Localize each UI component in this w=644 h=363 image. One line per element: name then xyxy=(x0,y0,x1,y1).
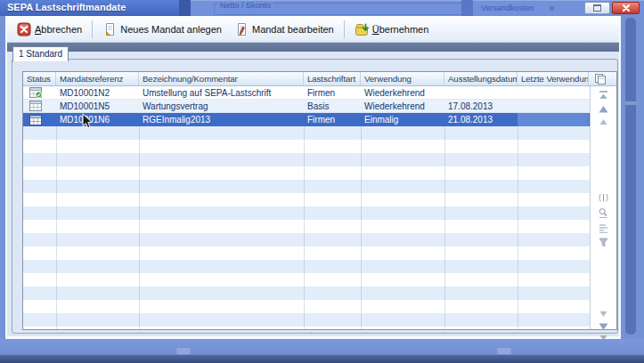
grid-check-icon xyxy=(29,87,42,98)
titlebar: SEPA Lastschriftmandate Netto / Skonto V… xyxy=(0,0,644,16)
apply-label: Übernehmen xyxy=(372,24,429,35)
new-mandate-button[interactable]: Neues Mandat anlegen xyxy=(96,20,228,39)
letzte-verwendung-cell xyxy=(518,113,589,126)
ausstellungsdatum-cell: 17.08.2013 xyxy=(444,100,518,112)
titlebar-divider xyxy=(179,0,191,16)
grid-header-row: Status Mandatsreferenz Bezeichnung/Komme… xyxy=(23,72,616,86)
grid-navigator xyxy=(590,86,616,329)
verwendung-cell: Wiederkehrend xyxy=(361,100,444,112)
edit-mandate-label: Mandat bearbeiten xyxy=(252,24,334,35)
lastschriftart-cell: Firmen xyxy=(304,113,361,126)
close-icon xyxy=(622,4,631,12)
resize-grip[interactable] xyxy=(176,348,191,354)
apply-button[interactable]: Übernehmen xyxy=(348,20,436,39)
toolbar-separator xyxy=(92,20,93,38)
window-bottom-border-edge xyxy=(0,355,644,363)
abort-button[interactable]: Abbrechen xyxy=(11,20,88,39)
application-window: SEPA Lastschriftmandate Netto / Skonto V… xyxy=(0,0,644,363)
col-header-ausstellungsdatum[interactable]: Ausstellungsdatum xyxy=(444,72,518,85)
abort-label: Abbrechen xyxy=(35,24,82,35)
lastschriftart-cell: Firmen xyxy=(304,86,361,99)
grid-inner: Status Mandatsreferenz Bezeichnung/Komme… xyxy=(23,72,616,329)
background-netto-label: Netto / Skonto xyxy=(217,1,273,10)
resize-grip[interactable] xyxy=(497,348,511,354)
col-header-letzte-verwendung[interactable]: Letzte Verwendung xyxy=(518,72,589,85)
mouse-cursor xyxy=(82,113,93,129)
page-edit-icon xyxy=(234,22,249,36)
page-new-icon xyxy=(102,22,117,36)
status-cell xyxy=(23,113,56,126)
restore-window-button[interactable] xyxy=(584,2,610,14)
background-checkbox xyxy=(550,6,554,11)
verwendung-cell: Wiederkehrend xyxy=(361,86,444,99)
grid-icon xyxy=(29,101,42,111)
row-up-icon[interactable] xyxy=(598,103,609,115)
row-down-icon[interactable] xyxy=(598,321,609,333)
mandatsreferenz-cell: MD10001N2 xyxy=(56,86,139,99)
background-versand-label: Versandkosten xyxy=(481,4,534,12)
status-cell xyxy=(23,86,56,99)
mandate-row[interactable]: MD10001N5 Wartungsvertrag Basis Wiederke… xyxy=(23,100,590,113)
page-title: SEPA Lastschriftmandate xyxy=(7,2,126,12)
ausstellungsdatum-cell xyxy=(444,86,518,99)
letzte-verwendung-cell xyxy=(518,100,589,112)
tab-standard[interactable]: 1 Standard xyxy=(12,46,69,61)
empty-rows-stripes xyxy=(23,126,590,329)
titlebar-divider-2 xyxy=(461,0,473,16)
col-header-lastschriftart[interactable]: Lastschriftart xyxy=(304,72,361,85)
background-scrollbar-notch xyxy=(625,101,636,105)
bezeichnung-cell: Umstellung auf SEPA-Lastschrift xyxy=(139,86,304,99)
page-down-icon[interactable] xyxy=(598,309,609,320)
mandate-row-selected[interactable]: MD10001N6 RGEInmalig2013 Firmen Einmalig… xyxy=(23,113,590,126)
mandates-grid: Status Mandatsreferenz Bezeichnung/Komme… xyxy=(22,71,617,330)
col-header-mandatsreferenz[interactable]: Mandatsreferenz xyxy=(56,72,139,85)
toolbar: Abbrechen Neues Mandat anlegen Mandat be… xyxy=(7,16,619,43)
col-header-verwendung[interactable]: Verwendung xyxy=(361,72,444,85)
restore-icon xyxy=(593,4,601,12)
search-icon[interactable] xyxy=(598,207,609,219)
close-window-button[interactable] xyxy=(612,2,640,14)
ausstellungsdatum-cell: 21.08.2013 xyxy=(444,113,518,126)
col-header-bezeichnung[interactable]: Bezeichnung/Kommentar xyxy=(139,72,304,85)
sort-icon[interactable] xyxy=(598,222,609,234)
verwendung-cell: Einmalig xyxy=(361,113,444,126)
mandatsreferenz-cell: MD10001N5 xyxy=(56,100,139,112)
bezeichnung-cell: Wartungsvertrag xyxy=(139,100,304,112)
filter-icon[interactable] xyxy=(598,237,609,248)
page-up-icon[interactable] xyxy=(598,116,609,127)
mandatsreferenz-cell: MD10001N6 xyxy=(56,113,139,126)
mandate-row[interactable]: MD10001N2 Umstellung auf SEPA-Lastschrif… xyxy=(23,86,590,100)
lastschriftart-cell: Basis xyxy=(304,100,361,112)
new-mandate-label: Neues Mandat anlegen xyxy=(120,24,222,35)
copy-grid-icon[interactable] xyxy=(594,73,607,85)
tab-strip-background xyxy=(7,43,619,52)
abort-x-icon xyxy=(17,22,31,36)
edit-mandate-button[interactable]: Mandat bearbeiten xyxy=(228,20,340,39)
background-scrollbar[interactable] xyxy=(625,18,636,335)
status-cell xyxy=(23,100,56,112)
scroll-top-icon[interactable] xyxy=(598,90,609,101)
letzte-verwendung-cell xyxy=(518,86,589,99)
bezeichnung-cell: RGEInmalig2013 xyxy=(139,113,304,126)
apply-arrow-icon xyxy=(355,22,369,36)
col-header-status[interactable]: Status xyxy=(23,72,56,85)
toolbar-separator xyxy=(344,20,345,38)
grid-icon xyxy=(29,115,42,125)
column-width-icon[interactable] xyxy=(598,192,609,204)
